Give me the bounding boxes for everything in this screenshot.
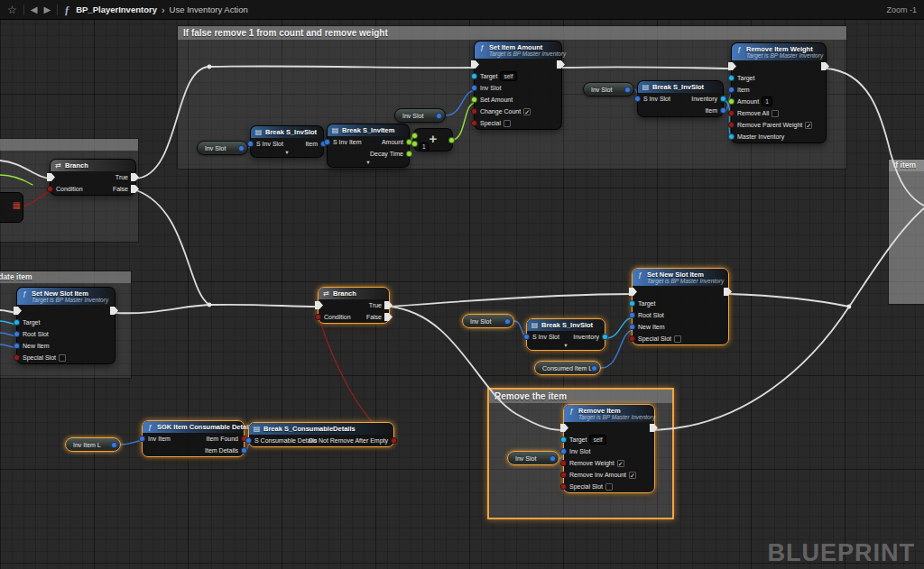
comment-title[interactable]: mount and update item <box>0 271 131 283</box>
checkbox[interactable] <box>605 483 613 491</box>
root-slot-pin[interactable] <box>14 331 20 337</box>
float-pin[interactable] <box>411 133 418 139</box>
condition-pin[interactable] <box>315 314 321 320</box>
struct-pin[interactable] <box>624 87 631 93</box>
node-break-invslot-2[interactable]: ▤Break S_InvSlotS Inv SlotInventoryItem <box>637 80 724 117</box>
target-pin[interactable] <box>728 75 735 81</box>
node-header[interactable]: ƒSet Item AmountTarget is BP Master Inve… <box>475 41 561 59</box>
decay-time-pin[interactable] <box>406 151 412 157</box>
var-get-inv-slot[interactable]: Inv Slot <box>507 451 559 465</box>
remove-parent-weight-pin[interactable] <box>728 122 735 128</box>
partial-node[interactable]: ▦ <box>0 192 23 223</box>
node-header[interactable]: ƒSet New Slot ItemTarget is BP Master In… <box>17 288 115 305</box>
node-remove-item-weight[interactable]: ƒRemove Item WeightTarget is BP Master I… <box>731 42 827 143</box>
node-set-item-amount[interactable]: ƒSet Item AmountTarget is BP Master Inve… <box>474 41 562 130</box>
remove-inv-amount-pin[interactable] <box>560 472 567 478</box>
node-set-new-slot-item-1[interactable]: ƒSet New Slot ItemTarget is BP Master In… <box>16 287 116 364</box>
node-add-node[interactable]: +1 <box>413 128 453 151</box>
exec-pin[interactable] <box>724 288 732 296</box>
amount-pin[interactable] <box>728 98 735 105</box>
struct-pin[interactable] <box>550 455 556 462</box>
target-pin[interactable] <box>629 300 635 307</box>
inv-slot-pin[interactable] <box>471 85 477 91</box>
var-get-inv-item-l[interactable]: Inv Item L <box>65 437 121 452</box>
node-header[interactable]: ƒRemove Item WeightTarget is BP Master I… <box>732 43 826 60</box>
struct-pin[interactable] <box>238 145 245 151</box>
value-box[interactable]: 1 <box>762 96 772 106</box>
wire[interactable] <box>390 294 633 307</box>
checkbox[interactable]: ✓ <box>629 472 636 479</box>
checkbox[interactable] <box>504 120 511 127</box>
node-header[interactable]: ƒSGK Item Consumable Details <box>143 421 244 433</box>
inv-item-pin[interactable] <box>139 436 145 442</box>
special-slot-pin[interactable] <box>629 335 635 342</box>
checkbox[interactable]: ✓ <box>523 108 531 115</box>
checkbox[interactable]: ✓ <box>805 122 812 129</box>
var-get-inv-slot[interactable]: Inv Slot <box>394 108 446 123</box>
wire[interactable] <box>136 190 209 305</box>
checkbox[interactable] <box>674 335 681 343</box>
condition-pin[interactable] <box>47 186 53 192</box>
nav-forward-icon[interactable]: ▶ <box>43 0 51 20</box>
expand-pins-icon[interactable]: ▼ <box>328 160 409 167</box>
node-remove-item[interactable]: ƒRemove ItemTarget is BP Master Inventor… <box>563 404 655 493</box>
node-branch-1[interactable]: ⇄BranchTrueConditionFalse <box>50 159 136 196</box>
exec-pin[interactable] <box>629 288 637 296</box>
struct-pin[interactable] <box>591 365 597 372</box>
checkbox[interactable] <box>59 354 66 362</box>
s-inv-slot-pin[interactable] <box>523 334 530 340</box>
checkbox[interactable] <box>772 110 779 117</box>
node-header[interactable]: ▤Break S_InvSlot <box>251 126 323 138</box>
checkbox[interactable]: ✓ <box>617 460 624 467</box>
bookmark-star-icon[interactable]: ☆ <box>7 0 17 20</box>
node-break-invslot-1[interactable]: ▤Break S_InvSlotS Inv SlotItem▼ <box>250 125 324 158</box>
graph-canvas[interactable]: BLUEPRINT If false remove 1 from count a… <box>0 0 924 569</box>
var-get-inv-slot[interactable]: Inv Slot <box>462 314 514 328</box>
remove-all-pin[interactable] <box>728 110 735 116</box>
s-inv-slot-pin[interactable] <box>634 96 641 102</box>
value-box[interactable]: self <box>589 435 605 445</box>
struct-pin[interactable] <box>436 113 442 119</box>
comment-title[interactable] <box>0 139 138 151</box>
true-pin[interactable] <box>384 301 393 309</box>
float-pin[interactable] <box>448 137 455 143</box>
var-get-inv-slot[interactable]: Inv Slot <box>583 82 634 96</box>
node-header[interactable]: ƒRemove ItemTarget is BP Master Inventor… <box>564 405 654 422</box>
node-header[interactable]: ⇄Branch <box>319 288 389 299</box>
nav-back-icon[interactable]: ◀ <box>31 0 38 20</box>
var-get-consumed-item-l[interactable]: Consumed Item L <box>534 361 601 375</box>
exec-pin[interactable] <box>728 62 736 70</box>
exec-pin[interactable] <box>47 173 55 181</box>
special-slot-pin[interactable] <box>560 483 567 490</box>
item-pin[interactable] <box>720 107 726 114</box>
expand-pins-icon[interactable]: ▼ <box>527 343 605 350</box>
node-set-new-slot-item-2[interactable]: ƒSet New Slot ItemTarget is BP Master In… <box>632 268 729 345</box>
breadcrumb-root[interactable]: BP_PlayerInventory <box>76 5 157 14</box>
node-break-invitem[interactable]: ▤Break S_InvItemS Inv ItemAmountDecay Ti… <box>327 124 410 168</box>
node-header[interactable]: ▤Break S_InvItem <box>328 124 409 136</box>
exec-pin[interactable] <box>471 60 479 69</box>
comment-box-if-item[interactable]: If item <box>888 159 924 305</box>
comment-title[interactable]: If false remove 1 from count and remove … <box>178 26 846 40</box>
node-header[interactable]: ▤Break S_InvSlot <box>638 81 723 93</box>
inventory-pin[interactable] <box>602 334 608 340</box>
node-header[interactable]: ▤Break S_InvSlot <box>527 319 605 331</box>
inv-slot-pin[interactable] <box>560 448 567 454</box>
s-inv-slot-pin[interactable] <box>247 141 254 147</box>
new-item-pin[interactable] <box>14 343 20 349</box>
var-get-inv-slot[interactable]: Inv Slot <box>197 141 248 155</box>
comment-title[interactable]: Remove the item <box>489 390 672 403</box>
value-box[interactable]: self <box>500 71 516 81</box>
target-pin[interactable] <box>560 436 567 443</box>
node-break-consumabledetails[interactable]: ▤Break S_ConsumableDetailsS Consumable D… <box>248 422 394 447</box>
comment-title[interactable]: If item <box>889 160 924 171</box>
node-branch-2[interactable]: ⇄BranchTrueConditionFalse <box>318 287 390 324</box>
struct-pin[interactable] <box>111 442 117 448</box>
value-box[interactable]: 1 <box>420 142 429 151</box>
new-item-pin[interactable] <box>629 324 635 330</box>
special-slot-pin[interactable] <box>14 354 20 361</box>
false-pin[interactable] <box>384 313 393 321</box>
set-amount-pin[interactable] <box>471 96 477 103</box>
item-details-pin[interactable] <box>241 447 247 454</box>
wire[interactable] <box>209 305 319 307</box>
